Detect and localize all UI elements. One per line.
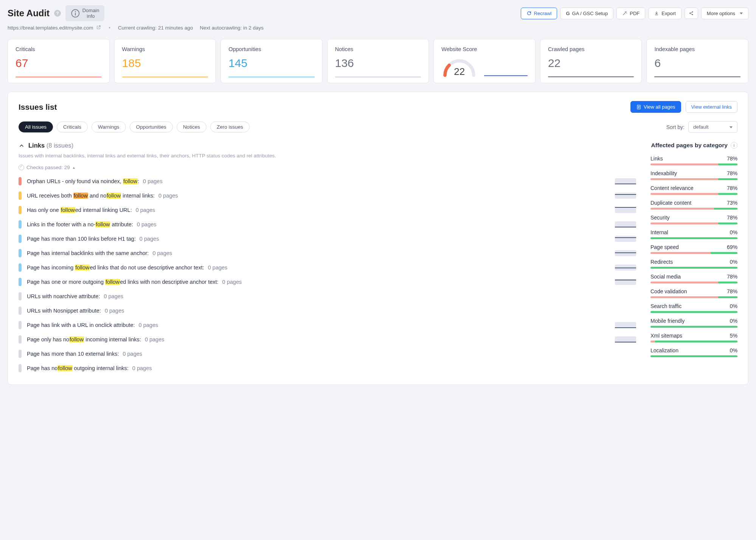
next-autocrawl: Next autocrawling: in 2 days	[200, 25, 264, 31]
category-row[interactable]: Xml sitemaps5%	[650, 333, 737, 342]
view-external-links-button[interactable]: View external links	[686, 101, 737, 113]
stats-row: Criticals 67 Warnings 185 Opportunities …	[8, 39, 748, 83]
category-row[interactable]: Page speed69%	[650, 244, 737, 254]
issue-text: Page has more than 10 external links: 0 …	[27, 351, 636, 357]
mini-trend-chart	[615, 221, 636, 227]
issue-row[interactable]: Page has internal backlinks with the sam…	[19, 246, 636, 260]
site-url-link[interactable]: https://breal.templates.editmysite.com	[8, 25, 101, 31]
category-row[interactable]: Code validation78%	[650, 288, 737, 298]
issue-text: Orphan URLs - only found via noindex, fo…	[27, 178, 606, 184]
category-percent: 69%	[727, 244, 737, 250]
issue-text: Page has incoming followed links that do…	[27, 265, 606, 271]
mini-trend-chart	[615, 265, 636, 271]
google-icon: G	[566, 11, 570, 16]
check-circle-icon	[19, 165, 24, 170]
crawl-status: Current crawling: 21 minutes ago	[118, 25, 193, 31]
category-row[interactable]: Links78%	[650, 156, 737, 165]
stat-card-crawled-pages[interactable]: Crawled pages 22	[540, 39, 642, 83]
issue-row[interactable]: URLs with Nosnippet attribute: 0 pages	[19, 303, 636, 318]
group-description: Issues with internal backlinks, internal…	[19, 153, 636, 159]
issue-text: Page has internal backlinks with the sam…	[27, 250, 606, 256]
category-percent: 78%	[727, 215, 737, 221]
svg-point-3	[689, 13, 691, 14]
page-title: Site Audit	[8, 8, 50, 19]
filter-zero-issues[interactable]: Zero issues	[210, 121, 250, 132]
stat-card-criticals[interactable]: Criticals 67	[8, 39, 110, 83]
view-all-pages-button[interactable]: View all pages	[630, 101, 681, 113]
mini-trend-chart	[615, 279, 636, 285]
share-button[interactable]	[685, 8, 698, 19]
issues-title: Issues list	[19, 103, 57, 112]
category-row[interactable]: Mobile friendly0%	[650, 318, 737, 328]
category-row[interactable]: Search traffic0%	[650, 303, 737, 313]
category-row[interactable]: Security78%	[650, 215, 737, 224]
info-icon	[71, 9, 80, 18]
issue-row[interactable]: Page has more than 10 external links: 0 …	[19, 347, 636, 361]
category-percent: 0%	[730, 259, 737, 265]
issue-row[interactable]: Page has one or more outgoing followed l…	[19, 275, 636, 289]
category-row[interactable]: Internal0%	[650, 229, 737, 239]
stat-card-website-score[interactable]: Website Score 22	[433, 39, 536, 83]
stat-card-notices[interactable]: Notices 136	[327, 39, 429, 83]
issue-text: Links in the footer with a no-follow att…	[27, 221, 606, 227]
stat-card-indexable-pages[interactable]: Indexable pages 6	[646, 39, 748, 83]
filter-all-issues[interactable]: All issues	[19, 121, 53, 132]
share-icon	[689, 11, 694, 16]
category-bar	[650, 178, 737, 180]
checks-passed-toggle[interactable]: Checks passed: 29 ▲	[19, 165, 636, 170]
mini-trend-chart	[615, 236, 636, 242]
help-icon[interactable]: ?	[54, 10, 61, 17]
issue-row[interactable]: Page has nofollow outgoing internal link…	[19, 361, 636, 375]
issue-row[interactable]: Orphan URLs - only found via noindex, fo…	[19, 174, 636, 188]
category-row[interactable]: Social media78%	[650, 274, 737, 283]
category-row[interactable]: Localization0%	[650, 347, 737, 357]
filter-pills: All issues Criticals Warnings Opportunit…	[19, 121, 250, 132]
issue-row[interactable]: Page has more than 100 links before H1 t…	[19, 232, 636, 246]
mini-trend-chart	[615, 322, 636, 328]
category-percent: 0%	[730, 229, 737, 235]
chevron-down-icon	[730, 126, 733, 128]
issue-row[interactable]: Links in the footer with a no-follow att…	[19, 217, 636, 232]
chevron-down-icon	[740, 12, 743, 14]
category-percent: 78%	[727, 185, 737, 191]
issue-text: Page only has nofollow incoming internal…	[27, 336, 606, 342]
group-toggle-links[interactable]: Links (8 issues)	[19, 142, 636, 149]
severity-indicator	[19, 249, 22, 257]
category-row[interactable]: Duplicate content73%	[650, 200, 737, 210]
category-row[interactable]: Indexability78%	[650, 170, 737, 180]
filter-notices[interactable]: Notices	[177, 121, 206, 132]
category-list: Links78%Indexability78%Content relevance…	[650, 156, 737, 357]
category-bar	[650, 282, 737, 283]
issue-row[interactable]: Has only one followed internal linking U…	[19, 203, 636, 217]
stat-card-opportunities[interactable]: Opportunities 145	[220, 39, 323, 83]
recrawl-button[interactable]: Recrawl	[521, 8, 557, 19]
filter-warnings[interactable]: Warnings	[92, 121, 126, 132]
severity-indicator	[19, 364, 22, 372]
info-icon[interactable]: i	[731, 142, 737, 149]
sort-select[interactable]: default	[688, 121, 737, 133]
issue-row[interactable]: URLs with noarchive attribute: 0 pages	[19, 289, 636, 303]
severity-indicator	[19, 235, 22, 243]
issue-row[interactable]: Page has link with a URL in onclick attr…	[19, 318, 636, 332]
category-row[interactable]: Redirects0%	[650, 259, 737, 269]
category-name: Redirects	[650, 259, 673, 265]
stat-card-warnings[interactable]: Warnings 185	[114, 39, 216, 83]
issue-row[interactable]: Page only has nofollow incoming internal…	[19, 332, 636, 347]
reload-icon	[526, 11, 532, 16]
pdf-button[interactable]: PDF	[616, 8, 645, 19]
issue-row[interactable]: Page has incoming followed links that do…	[19, 260, 636, 275]
issue-row[interactable]: URL receives both follow and nofollow in…	[19, 188, 636, 203]
category-percent: 78%	[727, 274, 737, 280]
export-button[interactable]: Export	[648, 8, 681, 19]
category-name: Links	[650, 156, 663, 162]
filter-opportunities[interactable]: Opportunities	[130, 121, 173, 132]
domain-info-button[interactable]: Domain info	[65, 5, 104, 21]
more-options-button[interactable]: More options	[701, 8, 748, 19]
category-name: Internal	[650, 229, 668, 235]
category-row[interactable]: Content relevance78%	[650, 185, 737, 195]
category-name: Social media	[650, 274, 681, 280]
filter-criticals[interactable]: Criticals	[57, 121, 88, 132]
issue-text: Has only one followed internal linking U…	[27, 207, 606, 213]
severity-indicator	[19, 278, 22, 286]
ga-gsc-setup-button[interactable]: G GA / GSC Setup	[560, 8, 613, 19]
